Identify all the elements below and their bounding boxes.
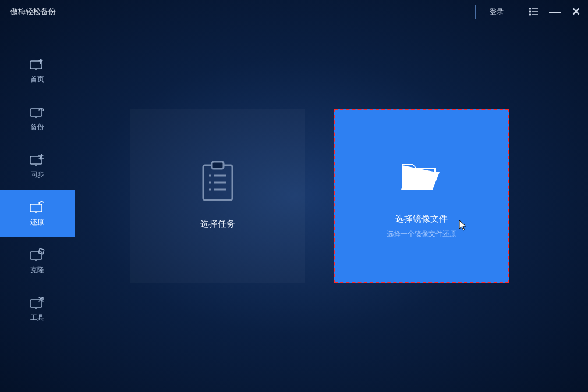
- tools-icon: [29, 295, 45, 309]
- svg-point-5: [530, 14, 531, 15]
- svg-rect-20: [212, 162, 224, 169]
- content-area: 选择任务 选择镜像文件 选择一个镜像文件还原: [75, 23, 588, 392]
- login-button[interactable]: 登录: [475, 5, 518, 19]
- restore-icon: [29, 200, 45, 214]
- card-title: 选择镜像文件: [395, 213, 448, 224]
- select-image-file-card[interactable]: 选择镜像文件 选择一个镜像文件还原: [334, 109, 509, 283]
- nav-label: 克隆: [30, 265, 44, 275]
- sidebar: 首页 备份 同步 还原 克隆: [0, 23, 75, 392]
- nav-label: 工具: [30, 313, 44, 323]
- svg-rect-15: [38, 248, 44, 254]
- nav-label: 备份: [30, 122, 44, 132]
- menu-list-icon[interactable]: [529, 6, 539, 17]
- app-title: 傲梅轻松备份: [10, 6, 56, 17]
- nav-label: 还原: [30, 218, 44, 227]
- sidebar-item-sync[interactable]: 同步: [0, 142, 75, 190]
- select-task-card[interactable]: 选择任务: [130, 109, 305, 283]
- clipboard-icon: [194, 158, 241, 205]
- home-icon: [29, 57, 45, 71]
- svg-point-3: [530, 8, 531, 9]
- sidebar-item-restore[interactable]: 还原: [0, 190, 75, 237]
- backup-icon: [29, 105, 45, 119]
- minimize-icon[interactable]: —: [550, 6, 560, 17]
- card-subtitle: 选择一个镜像文件还原: [387, 229, 456, 239]
- sidebar-item-home[interactable]: 首页: [0, 47, 75, 94]
- svg-rect-8: [30, 109, 42, 116]
- sidebar-item-backup[interactable]: 备份: [0, 94, 75, 142]
- sidebar-item-clone[interactable]: 克隆: [0, 237, 75, 285]
- svg-point-4: [530, 11, 531, 12]
- titlebar: 傲梅轻松备份 登录 — ✕: [0, 0, 588, 23]
- card-title: 选择任务: [200, 219, 235, 230]
- nav-label: 同步: [30, 170, 44, 180]
- nav-label: 首页: [30, 74, 44, 84]
- sidebar-item-tools[interactable]: 工具: [0, 285, 75, 333]
- titlebar-controls: 登录 — ✕: [475, 5, 581, 19]
- close-icon[interactable]: ✕: [571, 6, 581, 17]
- clone-icon: [29, 248, 45, 262]
- folder-open-icon: [398, 153, 445, 199]
- sync-icon: [29, 152, 45, 166]
- svg-rect-12: [30, 204, 42, 212]
